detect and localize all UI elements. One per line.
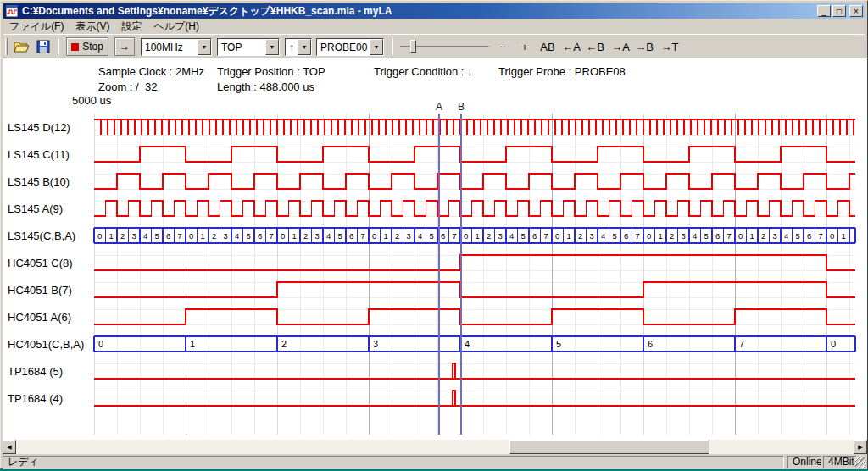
trigger-edge-select[interactable]: ↑ ▼ — [285, 38, 312, 56]
channel-label: LS145 A(9) — [8, 202, 63, 215]
channel-label: TP1684 (4) — [8, 392, 63, 405]
trigger-condition-info: Trigger Condition : ↓ — [374, 65, 473, 78]
sample-clock-info: Sample Clock : 2MHz — [98, 65, 204, 78]
window-title: C:¥Documents and Settings¥noname¥デスクトップ¥… — [22, 4, 812, 19]
menu-item-help[interactable]: ヘルプ(H) — [147, 18, 205, 36]
status-bar: レディ Online 4MBit — [3, 455, 867, 469]
stop-label: Stop — [82, 41, 103, 53]
scroll-right-icon[interactable]: ▶ — [854, 440, 867, 454]
channel-label: HC4051 B(7) — [8, 284, 72, 296]
chevron-down-icon[interactable]: ▼ — [370, 39, 383, 55]
channel-label: LS145(C,B,A) — [8, 230, 75, 242]
trigger-position-info: Trigger Position : TOP — [217, 65, 326, 78]
menu-bar: ファイル(F) 表示(V) 設定 ヘルプ(H) — [3, 19, 865, 34]
title-bar: C:¥Documents and Settings¥noname¥デスクトップ¥… — [3, 3, 865, 19]
move-right-to-b-button[interactable]: →B — [632, 37, 656, 56]
zoom-slider-thumb[interactable] — [410, 40, 416, 53]
status-memory-badge: 4MBit — [823, 456, 857, 468]
app-icon[interactable] — [5, 4, 19, 18]
channel-label: TP1684 (5) — [8, 365, 63, 378]
status-message: レディ — [3, 456, 784, 468]
open-file-button[interactable] — [12, 38, 31, 55]
toolbar-separator — [392, 38, 393, 55]
minimize-button[interactable]: _ — [817, 5, 831, 17]
zoom-info: Zoom : / 32 — [98, 80, 157, 93]
horizontal-scrollbar[interactable]: ◀ ▶ — [3, 440, 867, 454]
status-online-badge: Online — [787, 456, 821, 468]
scroll-left-icon[interactable]: ◀ — [3, 440, 16, 454]
channel-label: HC4051(C,B,A) — [8, 338, 84, 351]
zoom-out-button[interactable]: − — [493, 37, 512, 56]
close-button[interactable]: × — [849, 5, 863, 17]
goto-trigger-button[interactable]: →T — [658, 37, 682, 56]
channel-label: LS145 C(11) — [8, 148, 70, 161]
toolbar-grip[interactable] — [5, 38, 8, 55]
chevron-down-icon[interactable]: ▼ — [265, 39, 279, 55]
floppy-disk-icon — [36, 39, 51, 54]
stop-icon — [71, 43, 79, 51]
menu-item-view[interactable]: 表示(V) — [70, 18, 115, 36]
trigger-position-select[interactable]: TOP ▼ — [217, 38, 280, 56]
save-button[interactable] — [34, 38, 53, 55]
sample-clock-select[interactable]: 100MHz ▼ — [141, 38, 212, 56]
move-left-to-a-button[interactable]: ←A — [559, 37, 583, 56]
trigger-position-value: TOP — [221, 42, 242, 53]
channel-label: HC4051 C(8) — [8, 257, 73, 269]
resize-grip[interactable] — [855, 457, 866, 468]
channel-label: LS145 D(12) — [8, 121, 70, 134]
toolbar: Stop → 100MHz ▼ TOP ▼ ↑ ▼ PROBE00 ▼ − + … — [3, 34, 865, 58]
scrollbar-thumb[interactable] — [509, 440, 709, 454]
channel-label: LS145 B(10) — [8, 175, 70, 188]
trigger-edge-value: ↑ — [289, 42, 294, 53]
move-left-to-b-button[interactable]: ←B — [583, 37, 607, 56]
chevron-down-icon[interactable]: ▼ — [198, 39, 211, 55]
trigger-probe-select[interactable]: PROBE00 ▼ — [316, 38, 384, 56]
channel-label: HC4051 A(6) — [8, 311, 71, 324]
maximize-button[interactable]: □ — [832, 5, 846, 17]
zoom-slider[interactable] — [400, 39, 489, 54]
time-scale-label: 5000 us — [72, 94, 111, 107]
menu-item-file[interactable]: ファイル(F) — [3, 18, 70, 36]
menu-item-settings[interactable]: 設定 — [115, 18, 147, 36]
move-right-to-a-button[interactable]: →A — [609, 37, 632, 56]
chevron-down-icon[interactable]: ▼ — [298, 39, 311, 55]
waveform-area — [3, 58, 867, 440]
app-window: C:¥Documents and Settings¥noname¥デスクトップ¥… — [0, 0, 868, 469]
length-info: Length : 488.000 us — [217, 80, 314, 93]
toolbar-separator — [58, 38, 59, 55]
zoom-in-button[interactable]: + — [515, 37, 534, 56]
stop-button[interactable]: Stop — [66, 37, 108, 56]
open-folder-icon — [13, 39, 30, 54]
trigger-probe-info: Trigger Probe : PROBE08 — [498, 65, 626, 78]
sample-clock-value: 100MHz — [145, 42, 183, 53]
ab-cursor-button[interactable]: AB — [536, 37, 559, 56]
run-button[interactable]: → — [114, 37, 135, 56]
trigger-probe-value: PROBE00 — [320, 42, 367, 53]
